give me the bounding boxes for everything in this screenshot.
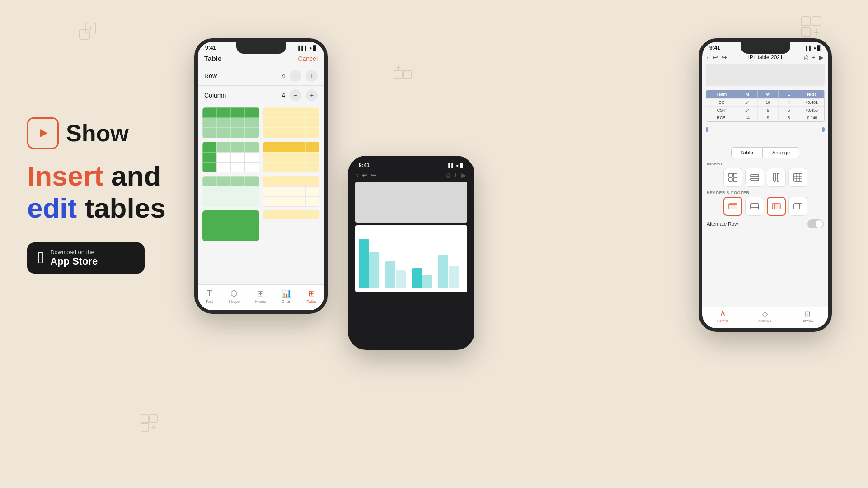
chart-bar-1b	[369, 252, 379, 288]
phone-3-redo-icon[interactable]: ↪	[722, 54, 727, 61]
phone-1-nav-table[interactable]: ⊞ Table	[307, 288, 317, 304]
phone-2-undo-icon[interactable]: ↩	[362, 172, 367, 179]
chart-bar-4a	[438, 255, 448, 288]
phone-2-add-icon[interactable]: +	[454, 171, 458, 179]
deco-icon-bottom-left	[140, 414, 158, 434]
phone-2-redo-icon[interactable]: ↪	[371, 172, 376, 179]
app-store-button[interactable]:  Download on the App Store	[27, 242, 145, 274]
phone-1-nav-media[interactable]: ⊞ Media	[255, 288, 267, 304]
phone-1-nav-text-icon: 𝖳	[207, 288, 212, 298]
svg-rect-5	[812, 17, 821, 26]
phone-3-shell: 9:41 ▌▌ ● ▊ ‹ ↩ ↪ IPL table 2021 ⎙ + ▶ T…	[699, 38, 832, 332]
phone-3-hf-btn-3[interactable]	[767, 197, 786, 216]
chart-bar-4b	[449, 266, 459, 288]
phone-3-nav-right: ⎙ + ▶	[804, 54, 824, 61]
phone-1-col-minus[interactable]: −	[290, 89, 301, 101]
phone-3-insert-row	[702, 167, 828, 189]
phone-1-bottom-nav: 𝖳 Text ⬡ Shape ⊞ Media 📊 Chart ⊞ Table	[198, 284, 324, 310]
phone-3-play-icon[interactable]: ▶	[819, 54, 824, 61]
phone-1-col-plus[interactable]: +	[306, 89, 318, 101]
table-grid-5[interactable]	[202, 176, 259, 207]
dot-br	[822, 129, 825, 132]
phone-2-play-icon[interactable]: ▶	[461, 172, 466, 179]
phone-1-nav-text[interactable]: 𝖳 Text	[206, 288, 213, 304]
phone-2-status-icons: ▌▌ ● ▊	[448, 163, 464, 168]
app-store-bottom-text: App Store	[50, 256, 98, 267]
deco-icon-top-left	[79, 23, 99, 44]
table-grid-1[interactable]	[202, 107, 259, 138]
phone-3-row-0: DC 14 10 4 +0.481	[706, 98, 824, 106]
phone-1-nav-media-label: Media	[255, 299, 267, 304]
table-grid-8[interactable]	[263, 210, 320, 241]
phone-3-bnav-animate[interactable]: ◇ Animate	[758, 310, 771, 323]
table-grid-2[interactable]	[263, 107, 320, 138]
phone-2: 9:41 ▌▌ ● ▊ ‹ ↩ ↪ IPL table 2021 ⎙ + ▶	[348, 156, 474, 350]
phone-3-bnav-format[interactable]: 𝖠 Format	[717, 310, 728, 323]
svg-rect-27	[794, 173, 802, 181]
phone-2-share-icon[interactable]: ⎙	[446, 172, 450, 179]
phone-2-nav-right: ⎙ + ▶	[446, 171, 466, 179]
phone-1-nav-chart-icon: 📊	[282, 288, 291, 298]
phone-3-td-m-2: 14	[737, 114, 758, 121]
phone-1-nav-shape-icon: ⬡	[230, 288, 238, 298]
phone-3-add-icon[interactable]: +	[812, 54, 815, 61]
phone-3-share-icon[interactable]: ⎙	[804, 54, 808, 61]
svg-rect-32	[729, 204, 737, 209]
phone-3-insert-btn-2[interactable]	[745, 168, 764, 187]
table-grid-3[interactable]	[202, 142, 259, 172]
phone-1-nav-table-label: Table	[307, 299, 317, 304]
phone-3-hf-label: HEADER & FOOTER	[702, 189, 828, 196]
phone-3-tab-arrange[interactable]: Arrange	[763, 147, 799, 158]
phone-3-insert-btn-4[interactable]	[788, 168, 807, 187]
phone-2-back-icon[interactable]: ‹	[356, 171, 358, 179]
phone-1-nav-chart[interactable]: 📊 Chart	[282, 288, 291, 304]
phone-3-table-header: Team M W L NRR	[706, 90, 824, 98]
phone-3-format-icon: 𝖠	[720, 310, 725, 318]
svg-rect-24	[751, 178, 759, 180]
phone-3-td-m-1: 14	[737, 107, 758, 114]
phone-1-row-minus[interactable]: −	[290, 70, 301, 82]
phone-3-insert-btn-1[interactable]	[723, 168, 742, 187]
phone-3-td-m-0: 14	[737, 99, 758, 106]
phone-3-hf-row	[702, 196, 828, 218]
phone-1-nav-text-label: Text	[206, 299, 213, 304]
table-grid-7[interactable]	[202, 210, 259, 241]
phone-3-td-team-1: CSK'	[706, 107, 737, 114]
table-grid-4[interactable]	[263, 142, 320, 172]
phone-2-nav-left: ‹ ↩ ↪	[356, 171, 376, 179]
phone-1-row-value: 4	[282, 72, 285, 79]
phone-3-hf-btn-1[interactable]	[723, 197, 742, 216]
phone-3-td-l-2: 5	[779, 114, 799, 121]
phone-3-back-icon[interactable]: ‹	[707, 54, 709, 61]
svg-marker-18	[40, 129, 47, 137]
svg-rect-9	[394, 70, 402, 79]
phone-3-alt-toggle[interactable]	[807, 219, 824, 228]
chart-bar-group-3	[412, 268, 437, 288]
phone-2-canvas	[355, 182, 467, 223]
table-grid-6[interactable]	[263, 176, 320, 207]
chart-area	[359, 229, 464, 288]
phone-1-row-plus[interactable]: +	[306, 70, 318, 82]
headline-edit: edit	[27, 192, 77, 223]
phone-1-col-ctrl: 4 − +	[282, 89, 318, 101]
phone-3-td-w-2: 9	[758, 114, 779, 121]
dot-bl	[706, 129, 708, 132]
svg-rect-13	[141, 415, 149, 423]
phone-3-tab-table[interactable]: Table	[731, 147, 763, 158]
svg-rect-4	[801, 17, 810, 26]
svg-rect-22	[733, 178, 737, 181]
phone-3-bnav-review[interactable]: ⊡ Review	[802, 310, 813, 323]
phone-3-td-w-1: 9	[758, 107, 779, 114]
headline-and: and	[103, 160, 161, 191]
phone-3-undo-icon[interactable]: ↩	[713, 54, 718, 61]
phone-3-hf-btn-4[interactable]	[788, 197, 807, 216]
phone-3-hf-btn-2[interactable]	[745, 197, 764, 216]
phone-1-shell: 9:41 ▌▌▌ ● ▊ Table Cancel Row 4 − + Colu…	[194, 38, 328, 314]
show-label: Show	[66, 120, 129, 147]
phone-3-th-team: Team	[706, 90, 737, 98]
phone-1-table-grids	[198, 105, 324, 244]
phone-1-nav-shape[interactable]: ⬡ Shape	[228, 288, 240, 304]
phone-1-row-row: Row 4 − +	[198, 66, 324, 85]
phone-3-insert-btn-3[interactable]	[767, 168, 786, 187]
phone-1-cancel[interactable]: Cancel	[298, 55, 318, 62]
